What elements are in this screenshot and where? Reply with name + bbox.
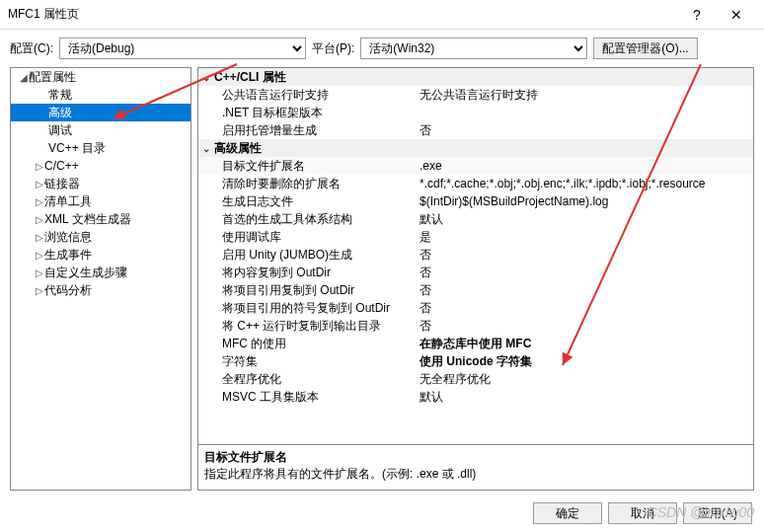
property-name: MSVC 工具集版本 xyxy=(198,389,416,406)
expand-icon[interactable]: ▷ xyxy=(35,196,44,207)
property-row[interactable]: 字符集使用 Unicode 字符集 xyxy=(198,352,753,370)
close-button[interactable]: ✕ xyxy=(717,7,756,23)
property-value[interactable]: 否 xyxy=(416,300,753,317)
expand-icon[interactable]: ▷ xyxy=(35,179,44,190)
property-row[interactable]: 目标文件扩展名.exe xyxy=(198,157,753,175)
property-name: 将项目引用的符号复制到 OutDir xyxy=(198,300,416,317)
tree-item-label: 浏览信息 xyxy=(44,229,92,246)
property-name: 生成日志文件 xyxy=(198,193,416,210)
expand-icon[interactable]: ▷ xyxy=(35,285,44,296)
tree-item-label: 高级 xyxy=(48,105,72,121)
expand-icon[interactable]: ▷ xyxy=(35,161,44,172)
grid-section[interactable]: ⌄ C++/CLI 属性 xyxy=(198,68,753,86)
expand-icon[interactable]: ▷ xyxy=(35,267,44,278)
cancel-button[interactable]: 取消 xyxy=(608,502,677,524)
property-name: 公共语言运行时支持 xyxy=(198,87,416,104)
property-row[interactable]: 公共语言运行时支持无公共语言运行时支持 xyxy=(198,86,753,104)
tree-item[interactable]: ▷清单工具 xyxy=(11,192,191,210)
tree-item-label: C/C++ xyxy=(44,159,79,173)
nav-tree[interactable]: ◢ 配置属性 常规高级调试VC++ 目录▷C/C++▷链接器▷清单工具▷XML … xyxy=(10,67,191,491)
property-value[interactable]: 否 xyxy=(416,282,753,299)
config-manager-button[interactable]: 配置管理器(O)... xyxy=(593,38,697,59)
property-value[interactable]: 否 xyxy=(416,247,753,264)
description-pane: 目标文件扩展名 指定此程序将具有的文件扩展名。(示例: .exe 或 .dll) xyxy=(197,445,754,491)
tree-item[interactable]: ▷链接器 xyxy=(11,175,191,192)
tree-item[interactable]: 调试 xyxy=(11,121,191,139)
tree-item-label: VC++ 目录 xyxy=(48,140,106,157)
property-name: 将 C++ 运行时复制到输出目录 xyxy=(198,318,416,335)
collapse-icon[interactable]: ⌄ xyxy=(198,143,214,154)
collapse-icon[interactable]: ⌄ xyxy=(198,72,214,83)
tree-item-label: 链接器 xyxy=(44,176,80,192)
property-name: 字符集 xyxy=(198,353,416,370)
property-value[interactable]: 默认 xyxy=(416,211,753,228)
property-row[interactable]: 使用调试库是 xyxy=(198,228,753,246)
collapse-icon[interactable]: ◢ xyxy=(19,72,29,83)
expand-icon[interactable]: ▷ xyxy=(35,232,44,243)
expand-icon[interactable]: ▷ xyxy=(35,250,44,261)
property-grid[interactable]: ⌄ C++/CLI 属性 公共语言运行时支持无公共语言运行时支持.NET 目标框… xyxy=(197,67,754,445)
property-name: 将内容复制到 OutDir xyxy=(198,265,416,281)
description-text: 指定此程序将具有的文件扩展名。(示例: .exe 或 .dll) xyxy=(204,466,747,483)
property-name: 清除时要删除的扩展名 xyxy=(198,176,416,192)
tree-item[interactable]: ▷生成事件 xyxy=(11,246,191,264)
property-value[interactable]: .exe xyxy=(416,159,753,173)
property-value[interactable]: 否 xyxy=(416,318,753,335)
property-row[interactable]: 将 C++ 运行时复制到输出目录否 xyxy=(198,317,753,335)
tree-item[interactable]: 高级 xyxy=(11,104,191,121)
tree-item-label: 常规 xyxy=(48,87,72,104)
tree-item[interactable]: ▷浏览信息 xyxy=(11,228,191,246)
property-row[interactable]: 启用托管增量生成否 xyxy=(198,121,753,139)
property-value[interactable]: 无全程序优化 xyxy=(416,371,753,388)
tree-item[interactable]: ▷C/C++ xyxy=(11,157,191,175)
property-row[interactable]: .NET 目标框架版本 xyxy=(198,104,753,121)
property-row[interactable]: 生成日志文件$(IntDir)$(MSBuildProjectName).log xyxy=(198,192,753,210)
property-name: 使用调试库 xyxy=(198,229,416,246)
tree-item-label: 代码分析 xyxy=(44,282,92,299)
description-title: 目标文件扩展名 xyxy=(204,449,747,466)
property-row[interactable]: MSVC 工具集版本默认 xyxy=(198,388,753,406)
tree-root[interactable]: ◢ 配置属性 xyxy=(11,68,191,86)
grid-section[interactable]: ⌄ 高级属性 xyxy=(198,139,753,157)
property-value[interactable]: 在静态库中使用 MFC xyxy=(416,336,753,352)
property-value[interactable]: 使用 Unicode 字符集 xyxy=(416,353,753,370)
tree-item-label: XML 文档生成器 xyxy=(44,211,131,228)
property-name: 将项目引用复制到 OutDir xyxy=(198,282,416,299)
tree-item[interactable]: VC++ 目录 xyxy=(11,139,191,157)
tree-item[interactable]: 常规 xyxy=(11,86,191,104)
property-value[interactable]: *.cdf;*.cache;*.obj;*.obj.enc;*.ilk;*.ip… xyxy=(416,177,753,190)
expand-icon[interactable]: ▷ xyxy=(35,214,44,225)
tree-item-label: 清单工具 xyxy=(44,193,92,210)
property-row[interactable]: 将项目引用的符号复制到 OutDir否 xyxy=(198,299,753,317)
property-row[interactable]: 清除时要删除的扩展名*.cdf;*.cache;*.obj;*.obj.enc;… xyxy=(198,175,753,192)
property-name: .NET 目标框架版本 xyxy=(198,105,416,121)
config-select[interactable]: 活动(Debug) xyxy=(59,38,306,59)
apply-button[interactable]: 应用(A) xyxy=(683,502,752,524)
property-value[interactable]: 是 xyxy=(416,229,753,246)
property-row[interactable]: 启用 Unity (JUMBO)生成否 xyxy=(198,246,753,264)
window-title: MFC1 属性页 xyxy=(8,6,677,23)
property-value[interactable]: $(IntDir)$(MSBuildProjectName).log xyxy=(416,194,753,208)
help-button[interactable]: ? xyxy=(677,7,717,23)
property-row[interactable]: MFC 的使用在静态库中使用 MFC xyxy=(198,335,753,352)
tree-item-label: 自定义生成步骤 xyxy=(44,265,127,281)
platform-select[interactable]: 活动(Win32) xyxy=(360,38,587,59)
tree-item[interactable]: ▷自定义生成步骤 xyxy=(11,264,191,281)
ok-button[interactable]: 确定 xyxy=(533,502,602,524)
tree-item[interactable]: ▷XML 文档生成器 xyxy=(11,210,191,228)
property-row[interactable]: 全程序优化无全程序优化 xyxy=(198,370,753,388)
platform-label: 平台(P): xyxy=(312,40,354,57)
property-name: MFC 的使用 xyxy=(198,336,416,352)
property-row[interactable]: 将内容复制到 OutDir否 xyxy=(198,264,753,281)
property-value[interactable]: 默认 xyxy=(416,389,753,406)
property-value[interactable]: 否 xyxy=(416,122,753,139)
property-value[interactable]: 无公共语言运行时支持 xyxy=(416,87,753,104)
property-name: 启用托管增量生成 xyxy=(198,122,416,139)
property-value[interactable]: 否 xyxy=(416,265,753,281)
property-row[interactable]: 将项目引用复制到 OutDir否 xyxy=(198,281,753,299)
property-name: 目标文件扩展名 xyxy=(198,158,416,175)
property-name: 首选的生成工具体系结构 xyxy=(198,211,416,228)
tree-item-label: 生成事件 xyxy=(44,247,92,264)
property-row[interactable]: 首选的生成工具体系结构默认 xyxy=(198,210,753,228)
tree-item[interactable]: ▷代码分析 xyxy=(11,281,191,299)
